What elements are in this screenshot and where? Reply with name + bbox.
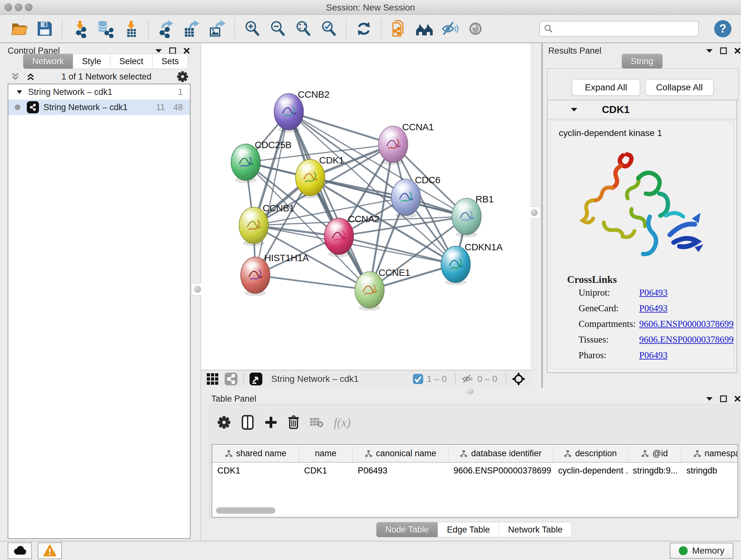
column-label: canonical name (376, 449, 436, 458)
function-builder-icon[interactable]: f(x) (334, 415, 351, 429)
tree-expander-icon[interactable] (17, 90, 22, 94)
zoom-out-icon[interactable] (268, 19, 287, 38)
help-icon[interactable]: ? (714, 20, 731, 37)
delete-column-icon[interactable] (287, 415, 300, 430)
network-edge[interactable] (289, 112, 393, 144)
search-input[interactable] (553, 23, 694, 34)
zoom-selected-icon[interactable] (320, 19, 338, 38)
results-panel-controls (706, 47, 741, 54)
column-header--id[interactable]: @id (628, 445, 681, 462)
close-panel-icon[interactable] (183, 47, 190, 54)
network-edge[interactable] (289, 112, 369, 290)
cloud-button[interactable] (8, 543, 32, 559)
warning-button[interactable] (38, 543, 62, 559)
tab-network[interactable]: Network (23, 54, 73, 69)
selected-checkbox-icon[interactable] (413, 374, 423, 384)
export-image-icon[interactable] (208, 19, 226, 38)
zoom-in-icon[interactable] (243, 19, 261, 38)
warning-icon (43, 545, 57, 557)
collapse-all-button[interactable]: Collapse All (645, 79, 714, 96)
expand-all-icon[interactable] (10, 72, 20, 81)
delete-table-icon[interactable] (310, 417, 324, 428)
collapse-section-icon[interactable] (570, 107, 578, 112)
share-file-icon[interactable] (390, 19, 408, 38)
tab-node-table[interactable]: Node Table (376, 522, 438, 537)
table-cell[interactable]: stringdb (681, 462, 738, 479)
gear-icon[interactable] (217, 415, 231, 429)
birds-eye-icon[interactable] (511, 372, 526, 386)
network-canvas[interactable]: CCNB2CCNA1CDC25BCDK1CDC6RB1CCNB1CCNA2CDK… (201, 44, 530, 370)
network-collection-row[interactable]: String Network – cdk1 1 (8, 84, 190, 100)
horizontal-splitter-grip[interactable] (467, 388, 474, 394)
collapse-panel-icon[interactable] (706, 396, 713, 401)
protein-card-header[interactable]: CDK1 (548, 100, 737, 119)
zoom-fit-icon[interactable] (294, 19, 313, 38)
tab-select[interactable]: Select (111, 54, 152, 69)
close-panel-icon[interactable] (734, 395, 741, 402)
import-network-icon[interactable] (71, 19, 89, 38)
homes-icon[interactable] (415, 19, 434, 38)
tab-style[interactable]: Style (73, 54, 111, 69)
hidden-eye-icon[interactable] (461, 373, 474, 385)
tab-string[interactable]: String (622, 54, 663, 69)
network-view-icon[interactable] (224, 372, 238, 386)
column-header-canonical-name[interactable]: canonical name (353, 445, 448, 462)
network-edge[interactable] (255, 275, 369, 290)
tab-edge-table[interactable]: Edge Table (438, 522, 499, 537)
refresh-layout-icon[interactable] (354, 19, 373, 38)
export-network-icon[interactable] (157, 19, 175, 38)
hide-eye-icon[interactable] (441, 19, 459, 38)
close-panel-icon[interactable] (734, 47, 741, 54)
column-header-name[interactable]: name (299, 445, 353, 462)
network-graph[interactable]: CCNB2CCNA1CDC25BCDK1CDC6RB1CCNB1CCNA2CDK… (201, 44, 530, 370)
table-cell[interactable]: stringdb:9... (628, 462, 681, 479)
table-cell[interactable]: CDK1 (299, 462, 353, 479)
crosslink-link[interactable]: P06493 (639, 287, 668, 298)
network-row-selected[interactable]: String Network – cdk1 11 48 (8, 100, 190, 115)
horizontal-scrollbar[interactable] (216, 507, 275, 514)
import-database-icon[interactable] (96, 19, 115, 38)
toolbar-separator (381, 19, 382, 39)
float-panel-icon[interactable] (720, 395, 727, 402)
add-column-icon[interactable] (264, 416, 278, 429)
collapse-panel-icon[interactable] (155, 49, 162, 53)
node-label-cdkn1a: CDKN1A (465, 242, 502, 252)
crosslink-link[interactable]: 9606.ENSP00000378699 (639, 334, 734, 345)
node-label-cdk1: CDK1 (319, 155, 344, 165)
float-panel-icon[interactable] (169, 47, 176, 54)
import-table-icon[interactable] (122, 19, 140, 38)
table-row[interactable]: CDK1CDK1P064939606.ENSP00000378699cyclin… (212, 462, 738, 479)
network-edge[interactable] (255, 112, 289, 275)
protein-description: cyclin-dependent kinase 1 (559, 128, 734, 138)
collapse-all-icon[interactable] (25, 72, 36, 81)
column-header-shared-name[interactable]: shared name (212, 445, 299, 462)
save-icon[interactable] (36, 19, 54, 38)
open-folder-icon[interactable] (10, 19, 28, 38)
expand-all-button[interactable]: Expand All (572, 79, 640, 96)
table-cell[interactable]: P06493 (353, 462, 448, 479)
tab-sets[interactable]: Sets (152, 54, 188, 69)
columns-icon[interactable] (241, 415, 255, 430)
float-panel-icon[interactable] (720, 47, 727, 54)
gear-icon[interactable] (177, 71, 189, 83)
search-icon (544, 24, 553, 34)
grid-view-icon[interactable] (205, 372, 219, 386)
collapse-panel-icon[interactable] (706, 49, 713, 53)
crosslink-link[interactable]: 9606.ENSP00000378699 (639, 319, 734, 329)
table-cell[interactable]: CDK1 (212, 462, 299, 479)
column-label: shared name (236, 449, 286, 458)
crosslink-link[interactable]: P06493 (639, 303, 668, 314)
orb-icon[interactable] (466, 19, 485, 38)
right-splitter[interactable] (542, 44, 543, 388)
tab-network-table[interactable]: Network Table (499, 522, 572, 537)
column-header-namespace[interactable]: namespace (681, 445, 738, 462)
column-header-database-identifier[interactable]: database identifier (448, 445, 553, 462)
export-table-icon[interactable] (182, 19, 201, 38)
memory-button[interactable]: Memory (670, 543, 733, 559)
crosslink-link[interactable]: P06493 (639, 350, 668, 361)
search-field[interactable] (539, 21, 699, 37)
column-header-description[interactable]: description (553, 445, 628, 462)
detach-view-icon[interactable] (249, 372, 263, 386)
table-cell[interactable]: cyclin-dependent ... (553, 462, 628, 479)
table-cell[interactable]: 9606.ENSP00000378699 (448, 462, 553, 479)
